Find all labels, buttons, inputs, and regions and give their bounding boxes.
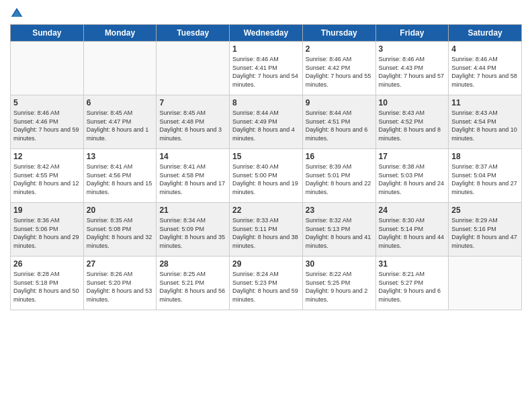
day-cell: 8Sunrise: 8:44 AM Sunset: 4:49 PM Daylig… <box>230 95 303 149</box>
day-number: 10 <box>379 98 446 107</box>
day-cell <box>449 257 522 310</box>
day-cell: 21Sunrise: 8:34 AM Sunset: 5:09 PM Dayli… <box>157 203 230 257</box>
day-cell: 9Sunrise: 8:44 AM Sunset: 4:51 PM Daylig… <box>302 95 375 149</box>
day-info: Sunrise: 8:41 AM Sunset: 4:58 PM Dayligh… <box>159 163 226 196</box>
day-cell: 20Sunrise: 8:35 AM Sunset: 5:08 PM Dayli… <box>83 203 157 257</box>
day-info: Sunrise: 8:38 AM Sunset: 5:03 PM Dayligh… <box>379 163 446 196</box>
col-header-wednesday: Wednesday <box>230 25 303 42</box>
day-number: 15 <box>232 152 300 161</box>
day-cell: 11Sunrise: 8:43 AM Sunset: 4:54 PM Dayli… <box>449 95 522 149</box>
day-info: Sunrise: 8:39 AM Sunset: 5:01 PM Dayligh… <box>306 163 373 196</box>
day-info: Sunrise: 8:40 AM Sunset: 5:00 PM Dayligh… <box>232 163 300 196</box>
day-info: Sunrise: 8:22 AM Sunset: 5:25 PM Dayligh… <box>306 270 373 304</box>
day-number: 1 <box>232 44 300 54</box>
day-info: Sunrise: 8:46 AM Sunset: 4:42 PM Dayligh… <box>306 55 373 89</box>
day-info: Sunrise: 8:45 AM Sunset: 4:48 PM Dayligh… <box>159 109 226 142</box>
day-cell: 2Sunrise: 8:46 AM Sunset: 4:42 PM Daylig… <box>302 42 375 95</box>
day-info: Sunrise: 8:42 AM Sunset: 4:55 PM Dayligh… <box>13 163 81 196</box>
week-row-1: 1Sunrise: 8:46 AM Sunset: 4:41 PM Daylig… <box>11 42 522 95</box>
day-number: 9 <box>306 98 373 107</box>
day-number: 8 <box>232 98 300 107</box>
day-number: 5 <box>13 98 81 107</box>
day-cell: 16Sunrise: 8:39 AM Sunset: 5:01 PM Dayli… <box>302 149 375 203</box>
day-number: 23 <box>306 205 373 215</box>
day-cell: 3Sunrise: 8:46 AM Sunset: 4:43 PM Daylig… <box>375 42 449 95</box>
day-cell: 4Sunrise: 8:46 AM Sunset: 4:44 PM Daylig… <box>449 42 522 95</box>
col-header-thursday: Thursday <box>302 25 375 42</box>
header-row: SundayMondayTuesdayWednesdayThursdayFrid… <box>11 25 522 42</box>
day-cell: 26Sunrise: 8:28 AM Sunset: 5:18 PM Dayli… <box>11 257 84 310</box>
col-header-sunday: Sunday <box>11 25 84 42</box>
day-number: 18 <box>451 152 519 161</box>
day-number: 27 <box>87 259 154 269</box>
day-cell: 25Sunrise: 8:29 AM Sunset: 5:16 PM Dayli… <box>449 203 522 257</box>
day-cell: 10Sunrise: 8:43 AM Sunset: 4:52 PM Dayli… <box>375 95 449 149</box>
day-cell: 30Sunrise: 8:22 AM Sunset: 5:25 PM Dayli… <box>302 257 375 310</box>
day-info: Sunrise: 8:35 AM Sunset: 5:08 PM Dayligh… <box>87 216 154 250</box>
day-cell <box>83 42 157 95</box>
day-cell: 19Sunrise: 8:36 AM Sunset: 5:06 PM Dayli… <box>11 203 84 257</box>
day-cell: 28Sunrise: 8:25 AM Sunset: 5:21 PM Dayli… <box>157 257 230 310</box>
day-cell: 22Sunrise: 8:33 AM Sunset: 5:11 PM Dayli… <box>230 203 303 257</box>
logo-icon <box>10 7 24 20</box>
day-info: Sunrise: 8:28 AM Sunset: 5:18 PM Dayligh… <box>13 270 81 304</box>
day-number: 11 <box>451 98 519 107</box>
day-number: 4 <box>451 44 519 54</box>
day-cell: 1Sunrise: 8:46 AM Sunset: 4:41 PM Daylig… <box>230 42 303 95</box>
day-cell: 5Sunrise: 8:46 AM Sunset: 4:46 PM Daylig… <box>11 95 84 149</box>
day-info: Sunrise: 8:24 AM Sunset: 5:23 PM Dayligh… <box>232 270 300 304</box>
day-number: 29 <box>232 259 300 269</box>
header <box>10 7 522 20</box>
day-info: Sunrise: 8:25 AM Sunset: 5:21 PM Dayligh… <box>159 270 226 304</box>
day-cell <box>11 42 84 95</box>
day-cell: 18Sunrise: 8:37 AM Sunset: 5:04 PM Dayli… <box>449 149 522 203</box>
day-info: Sunrise: 8:46 AM Sunset: 4:41 PM Dayligh… <box>232 55 300 89</box>
week-row-5: 26Sunrise: 8:28 AM Sunset: 5:18 PM Dayli… <box>11 257 522 310</box>
day-cell: 6Sunrise: 8:45 AM Sunset: 4:47 PM Daylig… <box>83 95 157 149</box>
day-cell: 7Sunrise: 8:45 AM Sunset: 4:48 PM Daylig… <box>157 95 230 149</box>
day-number: 20 <box>87 205 154 215</box>
day-info: Sunrise: 8:33 AM Sunset: 5:11 PM Dayligh… <box>232 216 300 250</box>
day-number: 24 <box>379 205 446 215</box>
day-cell: 17Sunrise: 8:38 AM Sunset: 5:03 PM Dayli… <box>375 149 449 203</box>
day-number: 6 <box>87 98 154 107</box>
day-number: 7 <box>159 98 226 107</box>
day-info: Sunrise: 8:32 AM Sunset: 5:13 PM Dayligh… <box>306 216 373 250</box>
day-number: 14 <box>159 152 226 161</box>
day-info: Sunrise: 8:45 AM Sunset: 4:47 PM Dayligh… <box>87 109 154 142</box>
week-row-3: 12Sunrise: 8:42 AM Sunset: 4:55 PM Dayli… <box>11 149 522 203</box>
col-header-friday: Friday <box>375 25 449 42</box>
day-info: Sunrise: 8:41 AM Sunset: 4:56 PM Dayligh… <box>87 163 154 196</box>
day-info: Sunrise: 8:21 AM Sunset: 5:27 PM Dayligh… <box>379 270 446 304</box>
logo <box>10 7 26 20</box>
calendar: SundayMondayTuesdayWednesdayThursdayFrid… <box>10 24 522 310</box>
week-row-2: 5Sunrise: 8:46 AM Sunset: 4:46 PM Daylig… <box>11 95 522 149</box>
day-number: 28 <box>159 259 226 269</box>
day-number: 26 <box>13 259 81 269</box>
day-info: Sunrise: 8:46 AM Sunset: 4:46 PM Dayligh… <box>13 109 81 142</box>
col-header-saturday: Saturday <box>449 25 522 42</box>
day-info: Sunrise: 8:44 AM Sunset: 4:49 PM Dayligh… <box>232 109 300 142</box>
day-cell: 27Sunrise: 8:26 AM Sunset: 5:20 PM Dayli… <box>83 257 157 310</box>
day-info: Sunrise: 8:46 AM Sunset: 4:44 PM Dayligh… <box>451 55 519 89</box>
day-info: Sunrise: 8:44 AM Sunset: 4:51 PM Dayligh… <box>306 109 373 142</box>
day-info: Sunrise: 8:43 AM Sunset: 4:54 PM Dayligh… <box>451 109 519 142</box>
col-header-tuesday: Tuesday <box>157 25 230 42</box>
day-info: Sunrise: 8:30 AM Sunset: 5:14 PM Dayligh… <box>379 216 446 250</box>
day-cell: 13Sunrise: 8:41 AM Sunset: 4:56 PM Dayli… <box>83 149 157 203</box>
day-info: Sunrise: 8:26 AM Sunset: 5:20 PM Dayligh… <box>87 270 154 304</box>
day-cell <box>157 42 230 95</box>
day-number: 19 <box>13 205 81 215</box>
day-info: Sunrise: 8:36 AM Sunset: 5:06 PM Dayligh… <box>13 216 81 250</box>
day-cell: 29Sunrise: 8:24 AM Sunset: 5:23 PM Dayli… <box>230 257 303 310</box>
day-info: Sunrise: 8:43 AM Sunset: 4:52 PM Dayligh… <box>379 109 446 142</box>
day-number: 22 <box>232 205 300 215</box>
day-number: 12 <box>13 152 81 161</box>
day-cell: 14Sunrise: 8:41 AM Sunset: 4:58 PM Dayli… <box>157 149 230 203</box>
day-number: 31 <box>379 259 446 269</box>
day-number: 2 <box>306 44 373 54</box>
day-info: Sunrise: 8:46 AM Sunset: 4:43 PM Dayligh… <box>379 55 446 89</box>
page-container: SundayMondayTuesdayWednesdayThursdayFrid… <box>0 0 532 317</box>
day-info: Sunrise: 8:34 AM Sunset: 5:09 PM Dayligh… <box>159 216 226 250</box>
day-number: 30 <box>306 259 373 269</box>
